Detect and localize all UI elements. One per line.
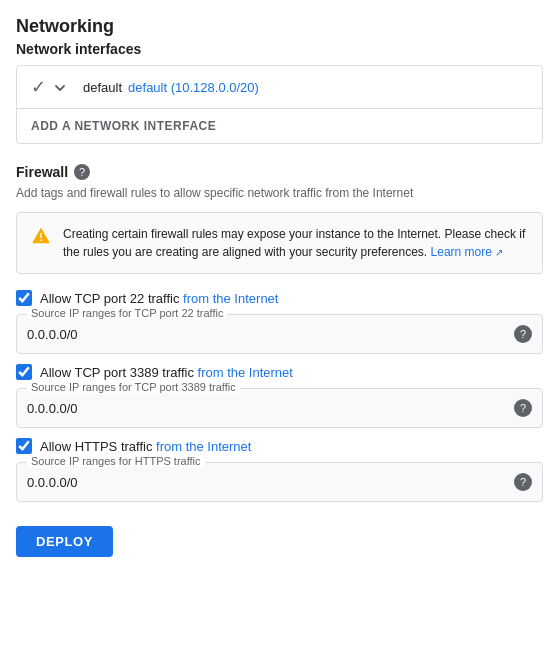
https-checkbox[interactable] (16, 438, 32, 454)
firewall-rule-https: Allow HTTPS traffic from the Internet So… (16, 438, 543, 502)
network-ip: default (10.128.0.0/20) (128, 80, 259, 95)
firewall-rule-tcp3389: Allow TCP port 3389 traffic from the Int… (16, 364, 543, 428)
tcp22-internet-link[interactable]: from the Internet (183, 291, 278, 306)
firewall-title: Firewall (16, 164, 68, 180)
learn-more-link[interactable]: Learn more ↗ (431, 245, 504, 259)
tcp3389-input[interactable] (27, 397, 508, 419)
tcp3389-internet-link[interactable]: from the Internet (198, 365, 293, 380)
tcp22-input-label: Source IP ranges for TCP port 22 traffic (27, 307, 227, 319)
firewall-header: Firewall ? (16, 164, 543, 180)
network-interfaces-label: Network interfaces (16, 41, 543, 57)
firewall-warning-text: Creating certain firewall rules may expo… (63, 225, 528, 261)
warning-triangle-icon: ! (31, 226, 51, 246)
firewall-warning-box: ! Creating certain firewall rules may ex… (16, 212, 543, 274)
tcp3389-checkbox-row: Allow TCP port 3389 traffic from the Int… (16, 364, 543, 380)
firewall-help-icon[interactable]: ? (74, 164, 90, 180)
tcp22-label[interactable]: Allow TCP port 22 traffic from the Inter… (40, 291, 278, 306)
https-input-help-icon[interactable]: ? (514, 473, 532, 491)
svg-text:!: ! (39, 232, 42, 243)
https-input-label: Source IP ranges for HTTPS traffic (27, 455, 205, 467)
tcp22-input-group: Source IP ranges for TCP port 22 traffic… (16, 314, 543, 354)
https-checkbox-row: Allow HTTPS traffic from the Internet (16, 438, 543, 454)
network-name: default (83, 80, 122, 95)
firewall-section: Firewall ? Add tags and firewall rules t… (16, 164, 543, 502)
firewall-description: Add tags and firewall rules to allow spe… (16, 184, 543, 202)
tcp22-checkbox-row: Allow TCP port 22 traffic from the Inter… (16, 290, 543, 306)
https-input-group: Source IP ranges for HTTPS traffic ? (16, 462, 543, 502)
network-interfaces-section: Network interfaces ✓ default default (10… (16, 41, 543, 144)
tcp22-input-help-icon[interactable]: ? (514, 325, 532, 343)
tcp3389-input-help-icon[interactable]: ? (514, 399, 532, 417)
tcp22-input[interactable] (27, 323, 508, 345)
chevron-down-icon[interactable]: ✓ (31, 76, 73, 98)
tcp3389-label[interactable]: Allow TCP port 3389 traffic from the Int… (40, 365, 293, 380)
network-interfaces-box: ✓ default default (10.128.0.0/20) ADD A … (16, 65, 543, 144)
external-link-icon: ↗ (495, 247, 503, 258)
tcp22-checkbox[interactable] (16, 290, 32, 306)
tcp3389-input-label: Source IP ranges for TCP port 3389 traff… (27, 381, 240, 393)
page-title: Networking (16, 16, 543, 37)
firewall-rule-tcp22: Allow TCP port 22 traffic from the Inter… (16, 290, 543, 354)
deploy-button[interactable]: DEPLOY (16, 526, 113, 557)
https-internet-link[interactable]: from the Internet (156, 439, 251, 454)
add-network-interface-row[interactable]: ADD A NETWORK INTERFACE (17, 109, 542, 143)
https-label[interactable]: Allow HTTPS traffic from the Internet (40, 439, 251, 454)
network-row[interactable]: ✓ default default (10.128.0.0/20) (17, 66, 542, 109)
tcp3389-checkbox[interactable] (16, 364, 32, 380)
tcp3389-input-group: Source IP ranges for TCP port 3389 traff… (16, 388, 543, 428)
https-input[interactable] (27, 471, 508, 493)
